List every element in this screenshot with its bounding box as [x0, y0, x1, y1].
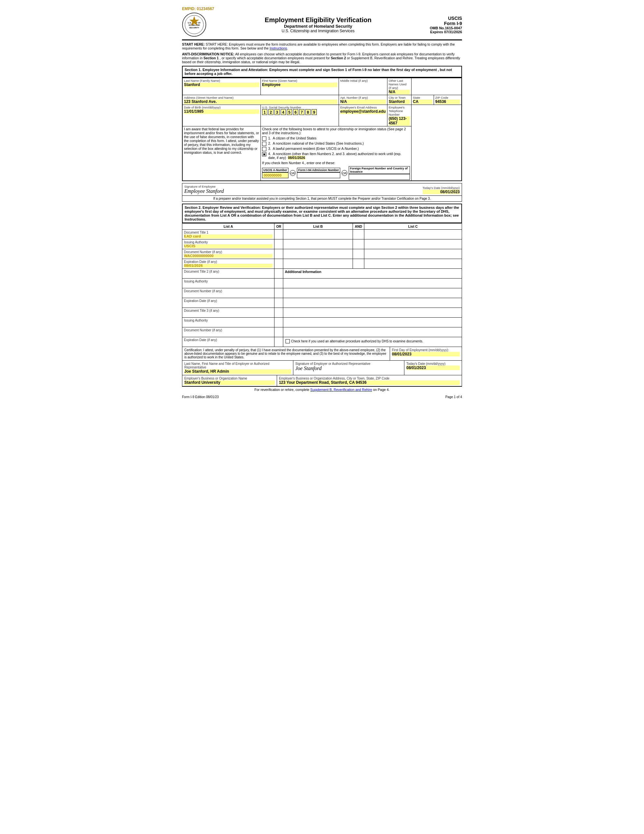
omb-number: OMB No.1615-0047 — [430, 26, 462, 30]
instructions-link[interactable]: Instructions — [270, 46, 287, 50]
footer-left: Form I-9 Edition 08/01/23 — [182, 395, 219, 399]
doc3-docnum-label: Document Number (if any) — [184, 328, 273, 332]
attestation-left-text: I am aware that federal law provides for… — [184, 127, 259, 154]
option2-checkbox[interactable] — [262, 142, 266, 146]
doc3-exp-cell: Expiration Date (if any) — [182, 337, 274, 347]
doc1-docnum-row: Document Number (if any) WAC0000000000 — [182, 249, 462, 259]
ssn-d4: 4 — [281, 109, 286, 115]
employer-org-cell: Employer's Business or Organization Name… — [182, 375, 277, 386]
doc2-docnum-row: Document Number (if any) — [182, 288, 462, 298]
page-footer: Form I-9 Edition 08/01/23 Page 1 of 4 — [182, 395, 462, 399]
doc1-docnum-value: WAC0000000000 — [184, 254, 273, 258]
form-agency: U.S. Citizenship and Immigration Service… — [207, 29, 430, 33]
certification-text: Certification: I attest, under penalty o… — [184, 348, 386, 359]
doc3-docnum-cell: Document Number (if any) — [182, 327, 274, 337]
employee-info-table: Last Name (Family Name) Stanford First N… — [182, 78, 462, 181]
option1-label: 1. A citizen of the United States — [268, 136, 316, 140]
admission-row: USCIS A-Number 000000000 OR Form I-94 Ad… — [262, 166, 410, 180]
other-names-value: N/A — [389, 90, 410, 94]
option4-checkbox[interactable]: ✖ — [262, 152, 266, 157]
list-a-header: List A — [182, 223, 274, 230]
uscis-a-label: USCIS A-Number — [262, 168, 289, 172]
section1-header: Section 1. Employee Information and Atte… — [182, 66, 462, 78]
doc2-exp-cell: Expiration Date (if any) — [182, 298, 274, 308]
first-name-label: First Name (Given Name) — [262, 79, 337, 82]
doc2-exp-row: Expiration Date (if any) — [182, 298, 462, 308]
passport-value — [349, 174, 410, 180]
option3-label: 3. A lawful permanent resident (Enter US… — [268, 147, 359, 150]
additional-info-cell: Additional Information — [283, 269, 462, 278]
form94-label: Form I-94 Admission Number — [297, 168, 340, 172]
doc3-issuing-cell: Issuing Authority — [182, 318, 274, 327]
first-day-value: 08/01/2023 — [392, 352, 460, 356]
doc1-title-label: Document Title 1 — [184, 231, 273, 234]
signature-row: Signature of Employee Employee Stanford … — [182, 183, 462, 196]
doc1-issuing-label: Issuing Authority — [184, 241, 273, 244]
doc1-docnum-label: Document Number (if any) — [184, 250, 273, 254]
ssn-d7: 7 — [299, 109, 304, 115]
alt-procedure-cell: Check here if you used an alternative pr… — [283, 337, 462, 347]
dhs-logo: U.S. DEPT OF HOMELAND SECURITY — [182, 12, 207, 37]
svg-text:HOMELAND: HOMELAND — [189, 24, 200, 26]
doc1-issuing-cell: Issuing Authority USCIS — [182, 239, 274, 249]
or-divider: OR — [274, 223, 283, 230]
list-c-header: List C — [364, 223, 462, 230]
email-label: Employee's Email Address — [340, 105, 386, 109]
employer-address-value: 123 Your Department Road, Stanford, CA 9… — [279, 380, 460, 385]
additional-info-content — [283, 278, 462, 288]
form-dept: Department of Homeland Security — [207, 24, 430, 29]
dob-label: Date of Birth (mm/dd/yyyy) — [184, 105, 259, 109]
form-i9-label: Form I-9 — [430, 21, 462, 26]
doc1-or-cell — [274, 230, 283, 239]
employer-row2: Employer's Business or Organization Name… — [182, 375, 462, 386]
last-name-value: Stanford — [184, 82, 259, 87]
doc3-docnum-row: Document Number (if any) — [182, 327, 462, 337]
uscis-label: USCIS — [430, 16, 462, 21]
additional-info-content3 — [283, 298, 462, 308]
supplement-link[interactable]: Supplement B, Reverification and Rehire — [310, 388, 372, 391]
ssn-d5: 5 — [287, 109, 292, 115]
doc2-docnum-value — [184, 293, 273, 297]
address-label: Address (Street Number and Name) — [184, 96, 337, 99]
employer-org-label: Employer's Business or Organization Name — [184, 377, 275, 380]
option4-label: 4. A noncitizen (other than Item Numbers… — [268, 152, 410, 160]
option3-checkbox[interactable] — [262, 147, 266, 151]
doc1-title-value: EAD card — [184, 234, 273, 238]
middle-initial-value — [340, 82, 386, 87]
doc1-and-cell — [353, 230, 364, 239]
doc1-exp-cell: Expiration Date (if any) 08/01/2026 — [182, 259, 274, 269]
or-label2: OR — [342, 170, 347, 176]
work-until-date: 08/01/2026 — [288, 156, 305, 160]
alt-procedure-checkbox[interactable] — [286, 339, 290, 343]
header-divider — [182, 39, 462, 40]
phone-value: (650) 123-4567 — [389, 116, 410, 125]
doc2-title-cell: Document Title 2 (if any) — [182, 269, 274, 278]
doc1-exp-value: 08/01/2026 — [184, 263, 273, 267]
city-value: Stanford — [389, 99, 410, 104]
doc3-issuing-value — [184, 322, 273, 326]
section2-title: Section 2. Employer Review and Verificat… — [185, 205, 261, 210]
ssn-box: 1 2 3 4 5 6 7 8 9 — [262, 109, 317, 115]
form-main-title: Employment Eligibility Verification — [207, 16, 430, 24]
doc3-exp-row: Expiration Date (if any) Check here if y… — [182, 337, 462, 347]
doc2-exp-value — [184, 303, 273, 307]
empid-prefix: EMPID: — [182, 6, 196, 11]
form-number-block: USCIS Form I-9 OMB No.1615-0047 Expires … — [430, 16, 462, 34]
doc3-exp-value — [184, 342, 273, 346]
phone-label: Employee's Telephone Number — [389, 105, 410, 116]
apt-label: Apt. Number (if any) — [340, 96, 386, 99]
state-label: State — [413, 96, 433, 99]
option1-checkbox[interactable] — [262, 136, 266, 141]
first-day-label: First Day of Employment (mm/dd/yyyy): — [392, 348, 460, 352]
option1-row: 1. A citizen of the United States — [262, 136, 410, 141]
attestation-right: Check one of the following boxes to atte… — [260, 126, 411, 181]
apt-value: N/A — [340, 99, 386, 104]
zip-value: 94536 — [435, 99, 460, 104]
sig-date-label: Today's Date (mm/dd/yyyy) — [423, 186, 460, 190]
supplement-note: For reverification or rehire, complete S… — [182, 386, 462, 393]
anti-disc-label: ANTI-DISCRIMINATION NOTICE: — [182, 52, 234, 56]
doc1-issuing-value: USCIS — [184, 244, 273, 248]
sig-label: Signature of Employee — [184, 185, 423, 188]
form-title-block: Employment Eligibility Verification Depa… — [207, 16, 430, 33]
doc1-listb-cell — [283, 230, 353, 239]
